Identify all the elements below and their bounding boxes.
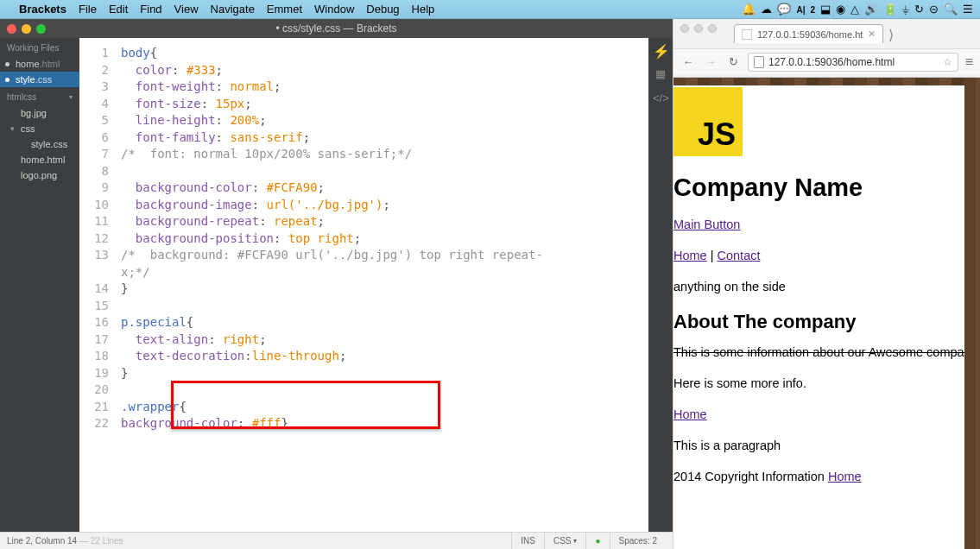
code-area[interactable]: body{ color: #333; font-weight: normal; … xyxy=(117,38,648,532)
home-link[interactable]: Home xyxy=(673,407,707,421)
brackets-window: • css/style.css — Brackets Working Files… xyxy=(0,19,673,549)
footer-home-link[interactable]: Home xyxy=(828,470,862,483)
nav-separator: | xyxy=(707,249,718,262)
menu-help[interactable]: Help xyxy=(412,3,435,16)
line-gutter: 12345678910111213141516171819202122 xyxy=(79,38,117,532)
footer-text: 2014 Copyright Information Home xyxy=(673,470,964,483)
bell-icon[interactable]: 🔔 xyxy=(742,3,756,16)
menu-navigate[interactable]: Navigate xyxy=(211,3,255,16)
back-button[interactable]: ← xyxy=(680,55,696,68)
menu-edit[interactable]: Edit xyxy=(109,3,128,16)
tree-file[interactable]: style.css xyxy=(3,136,79,152)
status-lang[interactable]: CSS▾ xyxy=(544,533,586,549)
status-spaces[interactable]: Spaces: 2 xyxy=(610,533,666,549)
adobe-icon[interactable]: A| xyxy=(796,3,805,16)
page-viewport: JS Company Name Main Button Home | Conta… xyxy=(673,78,980,549)
code-editor[interactable]: 12345678910111213141516171819202122 body… xyxy=(79,38,648,532)
working-file-item[interactable]: style.css xyxy=(0,72,79,87)
nav-home-link[interactable]: Home xyxy=(673,249,707,262)
chrome-toolbar: ← → ↻ 127.0.0.1:59036/home.html ☆ ≡ xyxy=(673,48,980,74)
forward-button[interactable]: → xyxy=(703,55,718,68)
menubar-status-icons: 🔔 ☁︎ 💬 A| 2 ⬓ ◉ △ 🔊 🔋 ⏚ ↻ ⊝ 🔍 ☰ xyxy=(742,3,973,16)
two-badge-icon[interactable]: 2 xyxy=(810,3,815,16)
menu-file[interactable]: File xyxy=(79,3,97,16)
window-close-button[interactable] xyxy=(7,24,16,34)
wifi-icon[interactable]: ⏚ xyxy=(902,3,909,16)
working-files-label: Working Files xyxy=(7,43,59,53)
brackets-toolstrip: ⚡ ▦ </> xyxy=(648,38,673,532)
chrome-tabstrip: 127.0.0.1:59036/home.ht ✕ ⟩ xyxy=(673,22,980,43)
favicon-icon xyxy=(742,29,752,40)
power-icon[interactable]: ⊝ xyxy=(929,3,939,16)
side-text: anything on the side xyxy=(673,280,964,293)
working-file-item[interactable]: home.html xyxy=(0,56,79,72)
dropdown-icon: ▾ xyxy=(69,93,73,101)
status-ins[interactable]: INS xyxy=(511,533,544,549)
sample-paragraph: This is a paragraph xyxy=(673,439,964,452)
tab-title: 127.0.0.1:59036/home.ht xyxy=(757,29,863,40)
address-bar[interactable]: 127.0.0.1:59036/home.html ☆ xyxy=(748,53,958,72)
menu-emmet[interactable]: Emmet xyxy=(267,3,302,16)
status-cursor: Line 2, Column 14 xyxy=(7,536,77,546)
more-info-text: Here is some more info. xyxy=(673,376,964,390)
company-name-heading: Company Name xyxy=(673,174,964,202)
tree-file[interactable]: logo.png xyxy=(3,167,79,183)
menu-find[interactable]: Find xyxy=(140,3,161,16)
tree-file[interactable]: home.html xyxy=(3,152,79,167)
strike-paragraph: This is some information about our Aweso… xyxy=(673,345,964,359)
speech-icon[interactable]: 💬 xyxy=(777,3,791,16)
tree-file[interactable]: bg.jpg xyxy=(3,105,79,121)
project-name-label: htmlcss xyxy=(7,92,36,102)
project-header[interactable]: htmlcss ▾ xyxy=(0,87,79,105)
new-tab-button[interactable]: ⟩ xyxy=(883,27,899,43)
dropbox-icon[interactable]: ⬓ xyxy=(820,3,831,16)
tree-folder[interactable]: ▾css xyxy=(3,121,79,136)
main-button-link[interactable]: Main Button xyxy=(673,218,740,231)
cloud-icon[interactable]: ☁︎ xyxy=(761,3,772,16)
menu-view[interactable]: View xyxy=(174,3,199,16)
page-content: JS Company Name Main Button Home | Conta… xyxy=(673,85,964,549)
window-minimize-button[interactable] xyxy=(22,24,31,34)
brackets-sidebar: Working Files home.htmlstyle.css htmlcss… xyxy=(0,38,79,532)
about-heading: About The company xyxy=(673,311,964,333)
working-files-list: home.htmlstyle.css xyxy=(0,56,79,87)
spotlight-icon[interactable]: 🔍 xyxy=(944,3,958,16)
working-files-header[interactable]: Working Files xyxy=(0,38,79,56)
code-view-icon[interactable]: </> xyxy=(653,92,668,107)
js-logo: JS xyxy=(673,87,743,156)
extension-manager-icon[interactable]: ▦ xyxy=(653,67,668,83)
battery-icon[interactable]: 🔋 xyxy=(883,3,897,16)
menu-window[interactable]: Window xyxy=(314,3,354,16)
brackets-statusbar: Line 2, Column 14 — 22 Lines INS CSS▾ ● … xyxy=(0,532,673,549)
tab-close-icon[interactable]: ✕ xyxy=(868,28,876,40)
url-text: 127.0.0.1:59036/home.html xyxy=(768,56,895,68)
sync-icon[interactable]: ↻ xyxy=(914,3,924,16)
status-lines: — 22 Lines xyxy=(77,536,123,546)
brackets-titlebar: • css/style.css — Brackets xyxy=(0,19,673,38)
window-zoom-button[interactable] xyxy=(36,24,46,34)
window-title: • css/style.css — Brackets xyxy=(275,22,396,35)
browser-tab[interactable]: 127.0.0.1:59036/home.ht ✕ xyxy=(734,24,883,43)
app-menu[interactable]: Brackets xyxy=(19,3,66,16)
file-tree: bg.jpg▾cssstyle.csshome.htmllogo.png xyxy=(0,105,79,183)
macos-menubar: Brackets File Edit Find View Navigate Em… xyxy=(0,0,980,19)
drive-icon[interactable]: △ xyxy=(850,3,859,16)
reload-button[interactable]: ↻ xyxy=(725,55,741,68)
volume-icon[interactable]: 🔊 xyxy=(864,3,878,16)
page-icon xyxy=(754,56,764,68)
notification-center-icon[interactable]: ☰ xyxy=(963,3,973,16)
record-icon[interactable]: ◉ xyxy=(836,3,845,16)
status-errors[interactable]: ● xyxy=(585,533,609,549)
menu-debug[interactable]: Debug xyxy=(366,3,399,16)
live-preview-icon[interactable]: ⚡ xyxy=(653,43,668,59)
nav-contact-link[interactable]: Contact xyxy=(718,249,761,262)
chrome-window: 127.0.0.1:59036/home.ht ✕ ⟩ ← → ↻ 127.0.… xyxy=(673,19,980,549)
chrome-menu-icon[interactable]: ≡ xyxy=(965,54,973,70)
bookmark-star-icon[interactable]: ☆ xyxy=(943,56,952,68)
